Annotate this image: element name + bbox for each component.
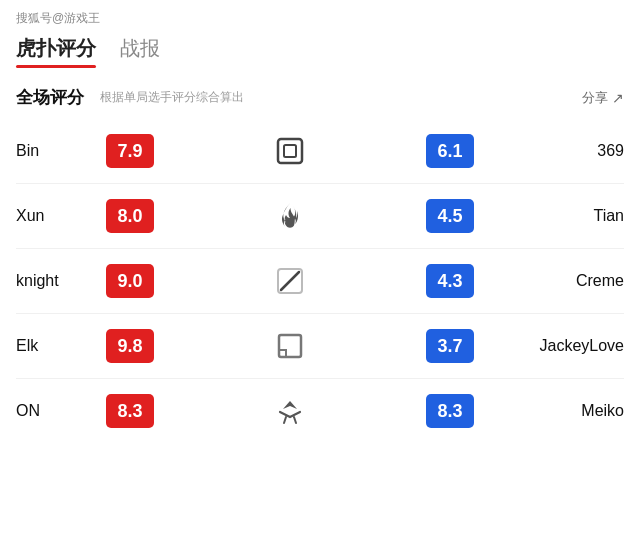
svg-line-5 [284,417,286,423]
table-row: knight 9.0 4.3 Creme [16,249,624,314]
section-subtitle: 根据单局选手评分综合算出 [100,89,244,106]
share-button[interactable]: 分享 ↗ [582,89,624,107]
team-icon [154,393,426,429]
player-right-name: Creme [494,272,624,290]
svg-line-3 [281,272,299,290]
score-blue-badge: 4.3 [426,264,474,298]
section-header: 全场评分 根据单局选手评分综合算出 分享 ↗ [0,68,640,119]
tab-bar: 虎扑评分 战报 [16,35,624,68]
player-left-name: knight [16,272,106,290]
brand-label: 搜狐号@游戏王 [16,10,624,27]
score-blue-badge: 3.7 [426,329,474,363]
team-icon [154,263,426,299]
tab-report[interactable]: 战报 [120,35,160,68]
svg-rect-1 [284,145,296,157]
score-red-badge: 9.0 [106,264,154,298]
score-red-badge: 8.3 [106,394,154,428]
player-left-name: Elk [16,337,106,355]
player-right-name: Tian [494,207,624,225]
team-icon [154,133,426,169]
score-blue-badge: 8.3 [426,394,474,428]
player-right-name: 369 [494,142,624,160]
score-blue-badge: 6.1 [426,134,474,168]
header: 搜狐号@游戏王 虎扑评分 战报 [0,0,640,68]
score-red-badge: 8.0 [106,199,154,233]
player-left-name: Xun [16,207,106,225]
team-icon [154,198,426,234]
table-row: Elk 9.8 3.7 JackeyLove [16,314,624,379]
score-blue-badge: 4.5 [426,199,474,233]
table-row: Xun 8.0 4.5 Tian [16,184,624,249]
score-red-badge: 9.8 [106,329,154,363]
section-title: 全场评分 [16,86,84,109]
table-row: Bin 7.9 6.1 369 [16,119,624,184]
score-red-badge: 7.9 [106,134,154,168]
player-left-name: ON [16,402,106,420]
team-icon [154,328,426,364]
player-list: Bin 7.9 6.1 369 Xun 8.0 4.5 Tian knight … [0,119,640,443]
player-right-name: Meiko [494,402,624,420]
svg-line-6 [294,417,296,423]
svg-rect-4 [279,335,301,357]
share-icon: ↗ [612,90,624,106]
tab-rating[interactable]: 虎扑评分 [16,35,96,68]
player-left-name: Bin [16,142,106,160]
player-right-name: JackeyLove [494,337,624,355]
svg-rect-0 [278,139,302,163]
table-row: ON 8.3 8.3 Meiko [16,379,624,443]
